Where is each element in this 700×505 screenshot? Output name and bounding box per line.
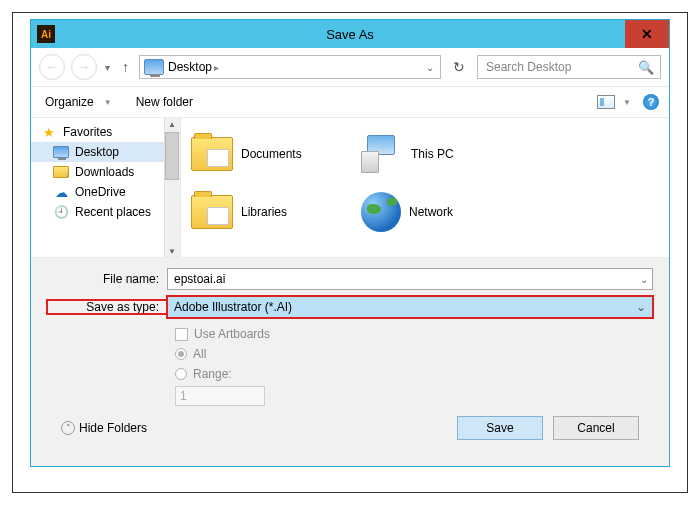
range-value: 1: [180, 389, 187, 403]
cancel-button[interactable]: Cancel: [553, 416, 639, 440]
sidebar-item-favorites[interactable]: ★ Favorites: [31, 122, 180, 142]
save-type-label: Save as type:: [47, 300, 167, 314]
save-type-value: Adobe Illustrator (*.AI): [174, 300, 292, 314]
chevron-up-icon: ˄: [61, 421, 75, 435]
recent-locations-dropdown[interactable]: ▾: [103, 62, 112, 73]
file-item-documents[interactable]: Documents: [187, 126, 347, 182]
new-folder-button[interactable]: New folder: [132, 93, 197, 111]
file-label: Documents: [241, 147, 302, 161]
forward-button[interactable]: →: [71, 54, 97, 80]
sidebar-item-downloads[interactable]: ↓ Downloads: [31, 162, 180, 182]
sidebar-item-recent[interactable]: 🕘 Recent places: [31, 202, 180, 222]
filename-input[interactable]: [172, 271, 640, 287]
sidebar-item-desktop[interactable]: Desktop: [31, 142, 180, 162]
sidebar-item-onedrive[interactable]: ☁ OneDrive: [31, 182, 180, 202]
refresh-button[interactable]: ↻: [447, 59, 471, 75]
breadcrumb-dropdown[interactable]: ⌄: [422, 62, 438, 73]
nav-row: ← → ▾ ↑ Desktop ▸ ⌄ ↻ 🔍: [31, 48, 669, 87]
clock-icon: 🕘: [53, 204, 69, 220]
pc-icon: [361, 135, 403, 173]
chevron-right-icon[interactable]: ▸: [214, 62, 219, 73]
chevron-down-icon: ▼: [102, 98, 114, 107]
folder-icon: [191, 137, 233, 171]
search-box[interactable]: 🔍: [477, 55, 661, 79]
download-folder-icon: ↓: [53, 166, 69, 178]
file-item-network[interactable]: Network: [357, 184, 517, 240]
search-icon[interactable]: 🔍: [638, 60, 654, 75]
folder-icon: [191, 195, 233, 229]
monitor-icon: [53, 146, 69, 158]
chevron-down-icon[interactable]: ▼: [621, 98, 633, 107]
view-options-button[interactable]: [597, 95, 615, 109]
all-radio: [175, 348, 187, 360]
back-button[interactable]: ←: [39, 54, 65, 80]
chevron-down-icon[interactable]: ⌄: [636, 300, 646, 314]
breadcrumb[interactable]: Desktop ▸ ⌄: [139, 55, 441, 79]
close-button[interactable]: ✕: [625, 20, 669, 48]
scroll-down-button[interactable]: ▼: [165, 245, 179, 257]
sidebar-item-label: Favorites: [63, 125, 112, 139]
scroll-thumb[interactable]: [165, 132, 179, 180]
hide-folders-label: Hide Folders: [79, 421, 147, 435]
chevron-down-icon[interactable]: ⌄: [640, 274, 648, 285]
filename-combo[interactable]: ⌄: [167, 268, 653, 290]
window-title: Save As: [31, 27, 669, 42]
location-label[interactable]: Desktop: [168, 60, 212, 74]
hide-folders-button[interactable]: ˄ Hide Folders: [61, 421, 147, 435]
save-type-combo[interactable]: Adobe Illustrator (*.AI) ⌄: [167, 296, 653, 318]
toolbar: Organize ▼ New folder ▼ ?: [31, 87, 669, 118]
titlebar: Ai Save As ✕: [31, 20, 669, 48]
save-as-dialog: Ai Save As ✕ ← → ▾ ↑ Desktop ▸ ⌄ ↻ 🔍 Org…: [30, 19, 670, 467]
help-button[interactable]: ?: [643, 94, 659, 110]
file-label: This PC: [411, 147, 454, 161]
location-icon: [144, 59, 164, 75]
globe-icon: [361, 192, 401, 232]
app-icon: Ai: [37, 25, 55, 43]
sidebar-scrollbar[interactable]: ▲ ▼: [164, 118, 180, 257]
file-label: Libraries: [241, 205, 287, 219]
search-input[interactable]: [484, 59, 638, 75]
sidebar: ★ Favorites Desktop ↓ Downloads ☁ OneDri…: [31, 118, 181, 257]
organize-menu[interactable]: Organize: [41, 93, 98, 111]
all-label: All: [193, 347, 206, 361]
file-grid: Documents This PC Libraries Network: [181, 118, 669, 257]
sidebar-item-label: Recent places: [75, 205, 151, 219]
file-item-libraries[interactable]: Libraries: [187, 184, 347, 240]
filename-label: File name:: [47, 272, 167, 286]
save-button[interactable]: Save: [457, 416, 543, 440]
form-area: File name: ⌄ Save as type: Adobe Illustr…: [31, 258, 669, 466]
file-label: Network: [409, 205, 453, 219]
star-icon: ★: [41, 124, 57, 140]
scroll-up-button[interactable]: ▲: [165, 118, 179, 130]
sidebar-item-label: OneDrive: [75, 185, 126, 199]
range-radio: [175, 368, 187, 380]
sidebar-item-label: Downloads: [75, 165, 134, 179]
file-item-this-pc[interactable]: This PC: [357, 126, 517, 182]
artboard-options: Use Artboards All Range: 1: [175, 324, 653, 406]
range-input: 1: [175, 386, 265, 406]
up-button[interactable]: ↑: [118, 59, 133, 75]
range-label: Range:: [193, 367, 232, 381]
use-artboards-label: Use Artboards: [194, 327, 270, 341]
sidebar-item-label: Desktop: [75, 145, 119, 159]
cloud-icon: ☁: [53, 184, 69, 200]
use-artboards-checkbox[interactable]: [175, 328, 188, 341]
